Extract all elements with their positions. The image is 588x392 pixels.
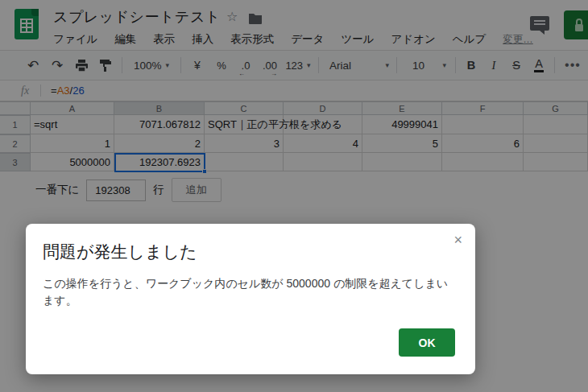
- dialog-title: 問題が発生しました: [43, 241, 197, 263]
- close-icon[interactable]: ×: [453, 233, 462, 247]
- ok-button[interactable]: OK: [399, 328, 455, 357]
- dialog-message: この操作を行うと、ワークブック内のセル数が 5000000 の制限を超えてしまい…: [43, 275, 458, 309]
- error-dialog: 問題が発生しました × この操作を行うと、ワークブック内のセル数が 500000…: [26, 224, 475, 374]
